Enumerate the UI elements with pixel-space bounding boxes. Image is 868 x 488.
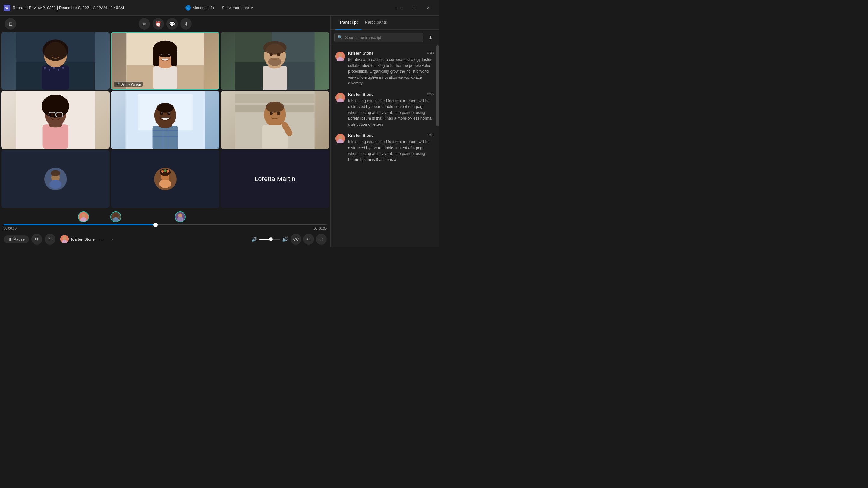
toolbar: ⊡ ✏ ⏰ 💬 ⬇ (0, 16, 330, 32)
svg-point-28 (168, 54, 170, 55)
meeting-info-button[interactable]: 🛡 Meeting info (182, 4, 217, 12)
entry-text-3: It is a long established fact that a rea… (348, 139, 434, 162)
transcript-scrollbar-track (436, 45, 439, 247)
timeline-avatar-2 (110, 212, 121, 222)
volume-thumb[interactable] (269, 237, 273, 241)
svg-point-87 (167, 170, 169, 173)
transcript-scrollbar-thumb[interactable] (436, 45, 439, 126)
svg-point-13 (51, 53, 54, 56)
entry-name-2: Kristen Stone (348, 92, 374, 97)
entry-time-2: 0:55 (427, 92, 434, 97)
shield-icon: 🛡 (185, 5, 191, 10)
title-bar-right: — □ ✕ (393, 3, 435, 13)
svg-point-5 (43, 39, 68, 61)
download-transcript-button[interactable]: ⬇ (426, 33, 435, 42)
minimize-button[interactable]: — (393, 3, 406, 13)
entry-text-2: It is a long established fact that a rea… (348, 98, 434, 127)
svg-point-48 (58, 113, 61, 116)
pip-button[interactable]: ⊡ (5, 18, 16, 30)
controls-bar: ⏸ Pause ↺ ↻ Kristen Stone ‹ › 🔊 (0, 231, 330, 247)
video-cell-6 (221, 91, 329, 149)
meeting-info-label: Meeting info (193, 5, 214, 10)
volume-slider[interactable] (259, 238, 280, 240)
avatar-8 (154, 168, 177, 190)
svg-point-101 (338, 53, 342, 57)
mute-icon[interactable]: 🔊 (251, 236, 257, 242)
progress-bar[interactable] (4, 224, 327, 225)
entry-avatar-3 (336, 134, 345, 143)
rewind-button[interactable]: ↺ (31, 234, 42, 245)
prev-speaker-button[interactable]: ‹ (97, 235, 105, 243)
svg-point-7 (44, 67, 46, 69)
toolbar-right: ✏ ⏰ 💬 ⬇ (138, 18, 192, 30)
participant-1-video (1, 32, 110, 90)
svg-point-14 (57, 53, 60, 56)
svg-point-25 (160, 53, 163, 57)
search-input[interactable] (345, 35, 420, 40)
progress-thumb[interactable] (153, 223, 158, 227)
entry-text-1: Iterative approaches to corporate strate… (348, 57, 434, 86)
tab-participants[interactable]: Participants (361, 16, 391, 30)
svg-point-75 (270, 112, 273, 116)
caption-button[interactable]: 💬 (166, 18, 178, 30)
entry-name-1: Kristen Stone (348, 51, 374, 56)
fullscreen-button[interactable]: ⤢ (316, 234, 327, 245)
svg-point-11 (62, 67, 64, 69)
jenny-wilson-name: Jenny Wilson (121, 83, 141, 86)
main-container: ⊡ ✏ ⏰ 💬 ⬇ (0, 16, 439, 247)
video-cell-1 (1, 32, 110, 90)
svg-point-27 (161, 54, 162, 55)
entry-header-1: Kristen Stone 0:40 (348, 51, 434, 56)
clock-button[interactable]: ⏰ (153, 18, 164, 30)
svg-point-71 (266, 101, 284, 112)
timeline-area: 00:00:00 00:00:00 (0, 209, 330, 231)
svg-rect-49 (43, 124, 68, 149)
tab-transcript[interactable]: Transcript (336, 16, 361, 30)
captions-button[interactable]: CC (290, 234, 301, 245)
svg-point-63 (167, 112, 170, 116)
settings-button[interactable]: ⚙ (303, 234, 314, 245)
timeline-avatar-1 (78, 212, 89, 222)
close-button[interactable]: ✕ (421, 3, 435, 13)
time-display: 00:00:00 00:00:00 (4, 227, 327, 230)
entry-content-3: Kristen Stone 1:01 It is a long establis… (348, 133, 434, 162)
participant-3-video (221, 32, 329, 90)
pause-button[interactable]: ⏸ Pause (4, 235, 29, 243)
maximize-button[interactable]: □ (407, 3, 421, 13)
svg-point-107 (338, 135, 342, 139)
chevron-down-icon: ∨ (250, 5, 253, 10)
current-time: 00:00:00 (4, 227, 17, 230)
logo-letter: W (5, 6, 8, 10)
video-cell-8 (111, 150, 219, 208)
svg-point-36 (268, 58, 281, 66)
svg-point-96 (177, 217, 183, 222)
entry-header-2: Kristen Stone 0:55 (348, 92, 434, 97)
total-time: 00:00:00 (314, 227, 327, 230)
meeting-title: Rebrand Review 210321 | December 8, 2021… (13, 5, 124, 10)
svg-point-37 (270, 53, 273, 56)
svg-point-92 (114, 214, 118, 218)
entry-header-3: Kristen Stone 1:01 (348, 133, 434, 138)
search-icon: 🔍 (338, 35, 343, 40)
speaker-name: Kristen Stone (71, 237, 95, 241)
svg-rect-6 (42, 65, 69, 90)
svg-point-64 (161, 112, 162, 113)
svg-point-62 (160, 112, 163, 116)
speaker-display: Kristen Stone ‹ › (60, 235, 116, 243)
svg-point-50 (49, 123, 62, 127)
forward-button[interactable]: ↻ (44, 234, 56, 245)
entry-time-1: 0:40 (427, 51, 434, 56)
next-speaker-button[interactable]: › (108, 235, 116, 243)
search-box[interactable]: 🔍 (334, 33, 423, 42)
svg-point-55 (157, 103, 174, 112)
download-video-button[interactable]: ⬇ (180, 18, 192, 30)
loretta-martin-name: Loretta Martin (254, 175, 296, 183)
progress-fill (4, 224, 156, 225)
show-menu-button[interactable]: Show menu bar ∨ (219, 4, 256, 11)
title-bar: W Rebrand Review 210321 | December 8, 20… (0, 0, 439, 16)
edit-button[interactable]: ✏ (138, 18, 150, 30)
volume-max-icon[interactable]: 🔊 (282, 236, 288, 242)
entry-name-3: Kristen Stone (348, 133, 374, 138)
svg-point-84 (159, 180, 171, 188)
progress-bar-area[interactable] (4, 224, 327, 225)
